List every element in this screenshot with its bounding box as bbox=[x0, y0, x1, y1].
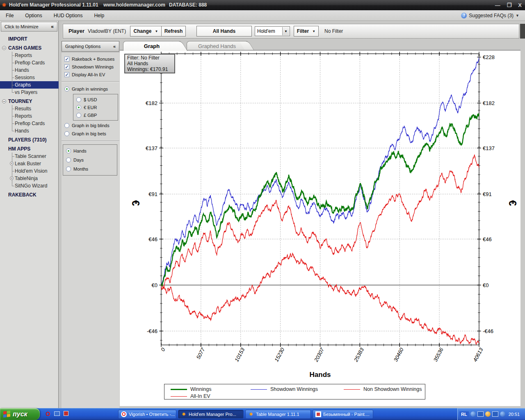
sidebar-item-results[interactable]: Results bbox=[0, 105, 59, 112]
sidebar-item-preflop-cards[interactable]: Preflop Cards bbox=[0, 120, 59, 127]
checkbox-display-all-in-ev[interactable]: ✓Display All-In EV bbox=[62, 71, 119, 78]
sidebar-section-rakeback[interactable]: RAKEBACK bbox=[0, 189, 59, 199]
sidebar-section-import[interactable]: IMPORT bbox=[0, 34, 59, 43]
sidebar-item-preflop-cards[interactable]: Preflop Cards bbox=[0, 59, 59, 66]
sidebar-item-table-scanner[interactable]: Table Scanner bbox=[0, 153, 59, 160]
sidebar-section-players-[interactable]: PLAYERS (7310) bbox=[0, 135, 59, 144]
collapse-icon: « bbox=[51, 24, 54, 30]
legend: WinningsShowdown WinningsNon Showdown Wi… bbox=[164, 384, 425, 399]
change-button[interactable]: Change▼ bbox=[130, 26, 162, 37]
svg-text:25383: 25383 bbox=[352, 347, 365, 363]
refresh-button[interactable]: Refresh bbox=[161, 26, 186, 37]
opera-quicklaunch-icon[interactable]: O bbox=[44, 410, 52, 418]
expand-node-icon[interactable]: + bbox=[10, 176, 14, 180]
right-panel-handle[interactable] bbox=[520, 24, 525, 39]
svg-text:-€46: -€46 bbox=[147, 328, 158, 334]
main-area: Player VladowlBY (ENT) Change▼ Refresh A… bbox=[62, 21, 525, 408]
sidebar: Click to Minimize « IMPORT−CASH GAMESRep… bbox=[0, 21, 59, 408]
radio-graph-in-big-blinds[interactable]: Graph in big blinds bbox=[62, 121, 119, 130]
svg-text:€46: €46 bbox=[148, 236, 158, 242]
hm-icon: ✸ bbox=[181, 411, 187, 417]
radio-icon bbox=[66, 148, 71, 153]
radio-graph-in-big-bets[interactable]: Graph in big bets bbox=[62, 130, 119, 138]
sidebar-item-hands[interactable]: Hands bbox=[0, 127, 59, 135]
close-icon[interactable]: X bbox=[518, 2, 522, 8]
svg-text:€: € bbox=[507, 200, 518, 206]
taskbar-button-1[interactable]: ✸Hold'em Manager Pro... bbox=[178, 410, 244, 419]
sidebar-section-hm-apps[interactable]: HM APPS bbox=[0, 144, 59, 153]
click-to-minimize[interactable]: Click to Minimize « bbox=[1, 22, 57, 32]
tab-graph[interactable]: Graph bbox=[123, 41, 180, 51]
save-quicklaunch-icon[interactable] bbox=[62, 410, 70, 418]
taskbar-button-0[interactable]: OVigorish • Ответить -... bbox=[118, 410, 176, 419]
taskbar-button-3[interactable]: Безымянный - Paint.... bbox=[313, 410, 373, 419]
sidebar-item-graphs[interactable]: Graphs bbox=[0, 81, 59, 89]
tray-network-icon[interactable] bbox=[477, 411, 484, 417]
taskbar: пуск O OVigorish • Ответить -...✸Hold'em… bbox=[0, 408, 525, 420]
svg-text:10153: 10153 bbox=[233, 347, 246, 363]
svg-text:15230: 15230 bbox=[273, 347, 286, 363]
svg-text:€228: €228 bbox=[483, 54, 495, 60]
menu-hud-options[interactable]: HUD Options bbox=[48, 13, 89, 18]
nav-tree: IMPORT−CASH GAMESReportsPreflop CardsHan… bbox=[0, 34, 59, 199]
tray-chevron-icon[interactable] bbox=[470, 411, 476, 417]
menu-options[interactable]: Options bbox=[19, 13, 48, 18]
sidebar-item-leak-buster[interactable]: +Leak Buster bbox=[0, 160, 59, 167]
sidebar-item-hold-em-vision[interactable]: Hold'em Vision bbox=[0, 167, 59, 175]
sidebar-section-cash-games[interactable]: −CASH GAMES bbox=[0, 43, 59, 52]
filter-button[interactable]: Filter▼ bbox=[294, 26, 319, 37]
sidebar-item-hands[interactable]: Hands bbox=[0, 66, 59, 74]
chart-area: €228€228€182€182€137€137€91€91€46€46€0€0… bbox=[120, 50, 520, 406]
game-select[interactable]: Hold'em ▼ bbox=[255, 26, 290, 36]
graph-tooltip: Filter: No Filter All Hands Winnings: €1… bbox=[124, 54, 175, 73]
radio-period-2[interactable]: Months bbox=[63, 164, 117, 173]
menu-help[interactable]: Help bbox=[88, 13, 110, 18]
language-indicator[interactable]: RL bbox=[459, 411, 469, 417]
checkbox-rakeback-bonuses[interactable]: ✓Rakeback + Bonuses bbox=[62, 55, 119, 63]
svg-text:€46: €46 bbox=[483, 236, 492, 242]
sidebar-section-tourney[interactable]: −TOURNEY bbox=[0, 96, 59, 105]
radio-period-1[interactable]: Days bbox=[63, 155, 117, 164]
radio-currency-2[interactable]: £ GBP bbox=[73, 111, 118, 119]
radio-period-0[interactable]: Hands bbox=[63, 146, 117, 155]
start-button[interactable]: пуск bbox=[0, 408, 40, 420]
radio-icon bbox=[76, 97, 81, 102]
radio-graph-in-winnings[interactable]: Graph in winnings bbox=[62, 85, 119, 93]
sidebar-item-reports[interactable]: Reports bbox=[0, 52, 59, 59]
expand-node-icon[interactable]: + bbox=[10, 162, 14, 165]
restore-icon[interactable]: ❐ bbox=[507, 2, 512, 8]
clock: 20:51 bbox=[509, 412, 520, 417]
radio-icon bbox=[76, 105, 81, 110]
checkbox-icon: ✓ bbox=[64, 57, 69, 62]
taskbar-button-2[interactable]: ✸Table Manager 1.11.1 bbox=[245, 410, 311, 419]
title-bar: ✸ Hold'em Manager Professional 1.11.01 w… bbox=[0, 0, 525, 10]
sidebar-item-vs-players[interactable]: vs Players bbox=[0, 89, 59, 96]
tray-app-icon[interactable] bbox=[500, 411, 505, 417]
question-icon: ? bbox=[461, 13, 467, 18]
sidebar-item-sitngo-wizard[interactable]: SitNGo Wizard bbox=[0, 182, 59, 189]
checkbox-showdown-winnings[interactable]: ✓Showdown Winnings bbox=[62, 63, 119, 71]
combo-arrow-icon[interactable]: ▼ bbox=[282, 27, 289, 35]
sidebar-item-sessions[interactable]: Sessions bbox=[0, 74, 59, 81]
player-label: Player bbox=[68, 28, 84, 34]
minimize-icon[interactable]: — bbox=[495, 2, 500, 8]
radio-currency-1[interactable]: € EUR bbox=[73, 103, 118, 111]
svg-text:€: € bbox=[130, 200, 142, 206]
all-hands-button[interactable]: All Hands bbox=[196, 26, 252, 37]
radio-icon bbox=[64, 87, 69, 91]
system-tray: RL 20:51 bbox=[457, 408, 525, 420]
sidebar-item-tableninja[interactable]: +TableNinja bbox=[0, 175, 59, 182]
graphing-options-header[interactable]: Graphing Options « bbox=[62, 41, 119, 52]
radio-currency-0[interactable]: $ USD bbox=[73, 96, 118, 103]
menu-file[interactable]: File bbox=[0, 13, 19, 18]
sidebar-item-reports[interactable]: Reports bbox=[0, 112, 59, 120]
svg-text:0: 0 bbox=[160, 347, 167, 352]
checkbox-icon: ✓ bbox=[64, 72, 69, 77]
tray-monitor-icon[interactable] bbox=[492, 411, 498, 417]
tab-graphed-hands[interactable]: Graphed Hands bbox=[187, 41, 247, 50]
suggested-faqs[interactable]: ? Suggested FAQs (3) ▼ bbox=[461, 10, 519, 21]
collapse-node-icon[interactable]: − bbox=[2, 99, 6, 103]
collapse-node-icon[interactable]: − bbox=[2, 46, 6, 50]
tray-audio-icon[interactable] bbox=[485, 411, 491, 417]
desktop-quicklaunch-icon[interactable] bbox=[53, 410, 61, 418]
